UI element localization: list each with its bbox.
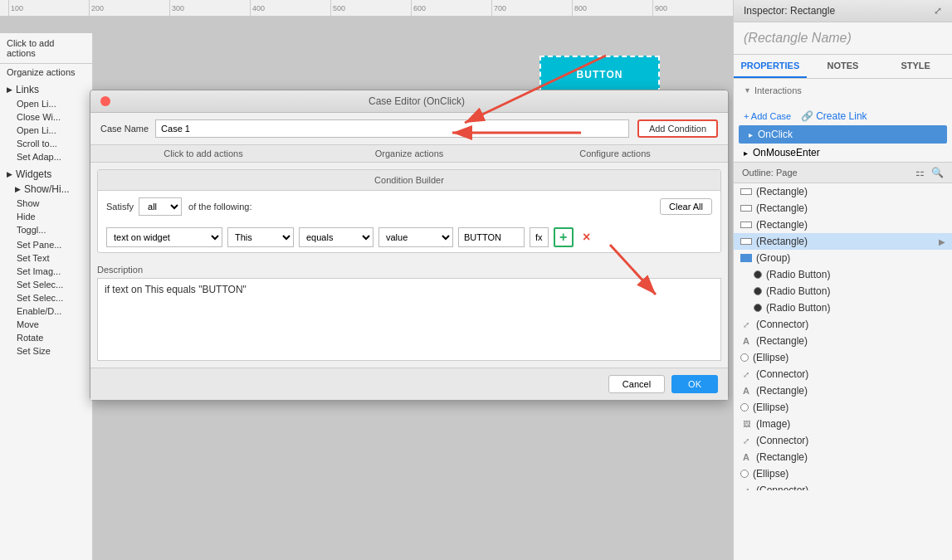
onmouseenter-event[interactable]: ▸ OnMouseEnter [734,144,952,162]
outline-item-label: (Rectangle) [756,202,808,214]
set-size-item[interactable]: Set Size [0,344,92,358]
event-icon: ▸ [749,130,753,139]
add-condition-button[interactable]: Add Condition [637,119,718,138]
ruler-marks: 100 200 300 400 500 600 700 800 900 [0,0,733,17]
ruler-mark-500: 500 [330,0,411,17]
inspector-tabs: PROPERTIES NOTES STYLE [734,55,952,79]
outline-item-label: (Image) [756,418,790,430]
outline-item-rect2[interactable]: (Rectangle) [734,200,952,217]
show-hide-header[interactable]: ▶ Show/Hi... [0,182,92,197]
add-case-link[interactable]: + Add Case [744,110,791,122]
links-label: Links [16,84,39,95]
action-panel: Click to add actions Organize actions ▶ … [0,33,93,560]
set-image-item[interactable]: Set Imag... [0,265,92,278]
onclick-label: OnClick [758,129,793,140]
field4-select[interactable]: value variable [378,227,453,247]
outline-item-text2[interactable]: A (Rectangle) [734,382,952,399]
set-panel-item[interactable]: Set Pane... [0,238,92,251]
set-adapt-item[interactable]: Set Adap... [0,150,92,163]
case-name-input[interactable] [155,119,629,138]
open-link-item1[interactable]: Open Li... [0,97,92,110]
expand-right-icon: ▶ [939,237,945,246]
cancel-button[interactable]: Cancel [608,375,665,393]
ruler-mark-300: 300 [169,0,250,17]
enable-disable-item[interactable]: Enable/D... [0,304,92,318]
move-item[interactable]: Move [0,318,92,331]
widgets-section-header[interactable]: ▶ Widgets [0,167,92,182]
outline-item-ellipse3[interactable]: (Ellipse) [734,465,952,482]
search-icon[interactable]: 🔍 [931,167,944,178]
field1-select[interactable]: text on widget widget value [106,227,222,247]
outline-item-radio3[interactable]: (Radio Button) [734,299,952,316]
tab-properties[interactable]: PROPERTIES [734,55,807,78]
field2-select[interactable]: This Widget [227,227,294,247]
outline-item-connector4[interactable]: ⤢ (Connector) [734,482,952,490]
organize-tab[interactable]: Organize actions [306,149,512,158]
outline-item-label: (Connector) [756,368,808,380]
outline-section: Outline: Page ⚏ 🔍 (Rectangle) (Rectangle… [734,162,952,490]
set-select-item1[interactable]: Set Selec... [0,278,92,291]
set-text-item[interactable]: Set Text [0,251,92,265]
outline-item-radio1[interactable]: (Radio Button) [734,266,952,283]
condition-builder-title: Condition Builder [98,170,720,191]
interactions-section: ▼ Interactions [734,79,952,107]
add-condition-row-button[interactable]: + [554,227,574,247]
outline-item-connector3[interactable]: ⤢ (Connector) [734,432,952,449]
close-button[interactable] [100,96,110,106]
outline-item-rect1[interactable]: (Rectangle) [734,183,952,200]
inspector-panel: Inspector: Rectangle ⤢ (Rectangle Name) … [733,0,952,560]
outline-item-label: (Rectangle) [756,219,808,231]
canvas-button[interactable]: BUTTON [539,56,660,93]
set-select-item2[interactable]: Set Selec... [0,291,92,304]
clear-all-button[interactable]: Clear All [660,198,712,215]
ruler-mark-700: 700 [491,0,572,17]
widgets-label: Widgets [16,168,51,180]
ruler-mark-200: 200 [89,0,169,17]
outline-item-label: (Radio Button) [766,302,830,314]
outline-item-ellipse1[interactable]: (Ellipse) [734,349,952,366]
links-section-header[interactable]: ▶ Links [0,82,92,97]
outline-item-label: (Rectangle) [756,236,808,247]
filter-icon[interactable]: ⚏ [915,167,925,178]
onclick-event[interactable]: ▸ OnClick [739,125,947,144]
ruler-mark-400: 400 [250,0,330,17]
outline-item-rect4[interactable]: (Rectangle) ▶ [734,233,952,250]
dialog-footer: Cancel OK [90,368,728,400]
close-window-item[interactable]: Close Wi... [0,110,92,124]
outline-item-radio2[interactable]: (Radio Button) [734,283,952,299]
outline-item-rect3[interactable]: (Rectangle) [734,217,952,233]
fx-button[interactable]: fx [530,227,549,247]
tab-notes[interactable]: NOTES [807,55,880,78]
field3-select[interactable]: equals not equals [299,227,373,247]
inspector-title: Inspector: Rectangle [744,5,835,17]
satisfy-select[interactable]: all any [139,197,182,216]
condition-value-input[interactable] [458,227,525,247]
outline-item-ellipse2[interactable]: (Ellipse) [734,399,952,416]
outline-actions: ⚏ 🔍 [915,167,944,178]
expand-icon[interactable]: ⤢ [934,5,942,17]
outline-item-connector2[interactable]: ⤢ (Connector) [734,366,952,382]
show-item[interactable]: Show [0,197,92,210]
outline-item-label: (Ellipse) [753,402,788,413]
case-editor-dialog: Case Editor (OnClick) Case Name Add Cond… [90,90,729,401]
outline-item-image[interactable]: 🖼 (Image) [734,416,952,432]
open-link-item2[interactable]: Open Li... [0,124,92,137]
outline-item-text1[interactable]: A (Rectangle) [734,333,952,349]
outline-item-group[interactable]: (Group) [734,250,952,266]
hide-item[interactable]: Hide [0,210,92,223]
ok-button[interactable]: OK [671,375,718,393]
case-editor-titlebar: Case Editor (OnClick) [90,90,728,113]
create-link-link[interactable]: 🔗 Create Link [801,110,867,122]
outline-item-label: (Group) [756,252,790,264]
remove-condition-button[interactable]: × [579,229,595,246]
outline-item-connector1[interactable]: ⤢ (Connector) [734,316,952,333]
toggle-item[interactable]: Toggl... [0,223,92,236]
outline-item-label: (Connector) [756,435,808,446]
click-to-add-tab[interactable]: Click to add actions [100,149,306,158]
configure-tab[interactable]: Configure actions [512,149,718,158]
tab-style[interactable]: STYLE [879,55,952,78]
outline-item-text3[interactable]: A (Rectangle) [734,449,952,465]
rotate-item[interactable]: Rotate [0,331,92,344]
outline-item-label: (Rectangle) [756,335,808,347]
scroll-to-item[interactable]: Scroll to... [0,137,92,150]
